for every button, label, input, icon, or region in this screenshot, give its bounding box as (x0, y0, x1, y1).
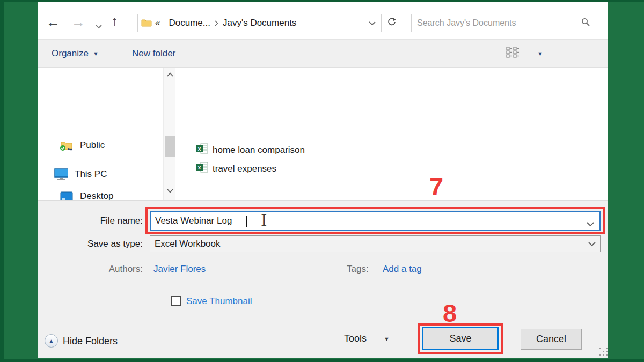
search-icon[interactable] (581, 18, 590, 29)
chevron-up-icon: ▲ (49, 338, 54, 344)
annotation-rect-save (418, 323, 503, 354)
breadcrumb-separator-chevron-icon (215, 20, 218, 26)
search-placeholder: Search Javy's Documents (417, 18, 581, 28)
navigation-bar: ← → ↑ « Docume... Javy's Documents (38, 2, 608, 39)
resize-grip[interactable] (599, 348, 601, 349)
cancel-button[interactable]: Cancel (521, 329, 582, 350)
breadcrumb-current[interactable]: Javy's Documents (223, 18, 296, 28)
cancel-button-label: Cancel (536, 334, 566, 345)
shared-folder-icon (60, 139, 74, 151)
save-as-type-chevron-icon (588, 239, 596, 249)
dialog-body: Public This PC Documents Desktop (38, 68, 608, 200)
file-name-field-label: File name: (38, 216, 143, 226)
organize-label: Organize (52, 48, 89, 59)
file-name-label: home loan comparison (213, 145, 305, 156)
sidebar-item-label: Desktop (80, 191, 113, 201)
add-a-tag-link[interactable]: Add a tag (383, 264, 422, 275)
new-folder-button[interactable]: New folder (132, 40, 175, 67)
breadcrumb-dropdown-chevron-icon[interactable] (369, 18, 376, 28)
file-name-label: travel expenses (213, 164, 276, 174)
sidebar-item-this-pc[interactable]: This PC (38, 164, 162, 184)
hide-folders-button[interactable]: ▲ (45, 334, 58, 348)
excel-file-icon: x (195, 143, 209, 157)
svg-text:x: x (198, 146, 201, 152)
sidebar-item-label: This PC (75, 169, 107, 180)
recent-locations-chevron-icon[interactable] (96, 21, 102, 31)
view-mode-chevron-icon[interactable]: ▼ (537, 40, 543, 67)
excel-file-icon: x (195, 162, 209, 176)
search-field[interactable]: Search Javy's Documents (411, 14, 596, 32)
sidebar-item-desktop[interactable]: Documents Desktop (38, 186, 162, 200)
annotation-rect-file-name (145, 207, 605, 234)
annotation-step-7: 7 (420, 172, 452, 201)
sidebar-item-public[interactable]: Public (38, 135, 162, 155)
breadcrumb-overflow[interactable]: « (155, 18, 160, 28)
tags-label: Tags: (347, 264, 369, 275)
save-as-type-select[interactable]: Excel Workbook (150, 235, 601, 252)
view-mode-button[interactable] (506, 40, 520, 67)
breadcrumb-parent[interactable]: Docume... (169, 18, 210, 28)
save-thumbnail-label[interactable]: Save Thumbnail (186, 296, 252, 307)
dialog-toolbar: Organize ▼ New folder ▼ (38, 39, 608, 68)
refresh-button[interactable] (383, 14, 400, 32)
authors-label: Authors: (38, 264, 143, 275)
refresh-icon (387, 17, 397, 29)
hide-folders-label[interactable]: Hide Folders (63, 336, 118, 347)
breadcrumb: « Docume... Javy's Documents (137, 14, 382, 32)
tools-label: Tools (344, 333, 369, 344)
save-as-dialog: ← → ↑ « Docume... Javy's Documents (38, 2, 608, 357)
desktop-icon (60, 190, 74, 201)
svg-text:x: x (198, 165, 201, 171)
scrollbar-thumb[interactable] (165, 136, 175, 157)
save-as-type-value: Excel Workbook (155, 239, 221, 249)
scrollbar-down-icon[interactable] (164, 186, 176, 196)
organize-chevron-icon: ▼ (93, 50, 99, 57)
list-view-icon (506, 46, 520, 61)
file-item-travel-expenses[interactable]: x travel expenses (195, 160, 276, 178)
save-thumbnail-checkbox[interactable] (171, 296, 181, 306)
excel-background-bottom-edge (0, 359, 644, 362)
folder-icon (141, 18, 152, 29)
tools-chevron-icon: ▼ (384, 336, 390, 342)
sidebar-scrollbar[interactable] (163, 68, 175, 200)
up-button[interactable]: ↑ (111, 14, 118, 28)
forward-button[interactable]: → (71, 15, 85, 29)
tools-dropdown[interactable]: Tools ▼ (344, 333, 408, 344)
excel-background-left-edge (0, 0, 4, 362)
save-as-type-field-label: Save as type: (38, 239, 143, 249)
organize-button[interactable]: Organize ▼ (52, 40, 99, 67)
computer-icon (54, 168, 68, 180)
sidebar-item-label: Public (80, 140, 105, 151)
back-button[interactable]: ← (46, 15, 60, 29)
scrollbar-up-icon[interactable] (164, 70, 176, 79)
file-item-home-loan-comparison[interactable]: x home loan comparison (195, 142, 305, 159)
authors-value-link[interactable]: Javier Flores (153, 264, 206, 275)
new-folder-label: New folder (132, 48, 175, 59)
